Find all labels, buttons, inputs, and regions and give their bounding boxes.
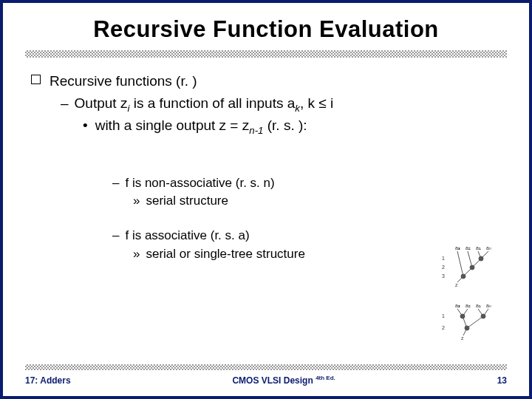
block2-text: f is associative (r. s. a) — [125, 227, 249, 245]
diagram-tree-svg: a₃a₂a₁a₀ 12 z — [439, 301, 498, 343]
svg-text:2: 2 — [442, 325, 445, 330]
t: with a single output z = z — [95, 117, 250, 133]
svg-text:a₀: a₀ — [486, 303, 491, 308]
footer-center: CMOS VLSI Design 4th Ed. — [71, 375, 497, 386]
svg-text:a₂: a₂ — [466, 303, 471, 308]
diagram-tree: a₃a₂a₁a₀ 12 z — [439, 301, 498, 343]
bullet-main: Recursive functions (r. ) — [31, 71, 507, 92]
footer-left: 17: Adders — [25, 375, 71, 386]
sub-block-1: – f is non-associative (r. s. n) » seria… — [31, 174, 507, 211]
svg-text:a₃: a₃ — [455, 303, 460, 308]
slide-title: Recursive Function Evaluation — [25, 16, 507, 43]
dash-icon: – — [112, 227, 119, 245]
svg-text:1: 1 — [442, 256, 445, 261]
t: Output z — [75, 95, 128, 111]
footer-divider — [25, 364, 507, 370]
sub-n1: n-1 — [249, 124, 263, 135]
arrow-icon: » — [133, 245, 140, 264]
content-area: Recursive functions (r. ) – Output zi is… — [25, 71, 507, 263]
footer-book: CMOS VLSI Design — [232, 375, 313, 386]
block1-text: f is non-associative (r. s. n) — [125, 174, 274, 193]
block2-line: – f is associative (r. s. a) — [112, 227, 507, 245]
block1-sub-text: serial structure — [146, 192, 228, 211]
t: , k ≤ i — [300, 95, 333, 111]
footer-row: 17: Adders CMOS VLSI Design 4th Ed. 13 — [25, 375, 507, 386]
footer: 17: Adders CMOS VLSI Design 4th Ed. 13 — [25, 364, 507, 386]
bullet-sub1: – Output zi is a function of all inputs … — [31, 93, 507, 115]
svg-text:1: 1 — [442, 313, 445, 318]
svg-line-17 — [457, 276, 463, 282]
title-divider — [25, 50, 507, 58]
svg-text:a₁: a₁ — [476, 245, 481, 250]
checkbox-icon — [31, 75, 41, 84]
footer-edition: 4th Ed. — [316, 375, 335, 381]
block2-sub-text: serial or single-tree structure — [146, 245, 304, 264]
diagram-serial-svg: a₃a₂a₁a₀ 123 z — [439, 244, 498, 290]
dash-icon: – — [112, 174, 119, 193]
bullet-dot-icon: • — [83, 115, 88, 137]
bullet-sub2-text: with a single output z = zn-1 (r. s. ): — [95, 115, 307, 137]
svg-line-15 — [457, 251, 463, 276]
bullet-sub1-text: Output zi is a function of all inputs ak… — [75, 93, 334, 115]
svg-line-32 — [467, 316, 483, 328]
svg-text:a₃: a₃ — [455, 245, 460, 250]
bullet-main-text: Recursive functions (r. ) — [50, 71, 197, 92]
sub-block-2: – f is associative (r. s. a) » serial or… — [31, 227, 507, 263]
sub-k: k — [295, 102, 300, 113]
svg-text:z: z — [461, 335, 464, 341]
footer-page-number: 13 — [497, 375, 507, 386]
slide-frame: Recursive Function Evaluation Recursive … — [0, 0, 532, 399]
dash-icon: – — [61, 93, 69, 115]
svg-text:a₀: a₀ — [486, 245, 491, 250]
svg-text:z: z — [455, 282, 458, 287]
t: (r. s. ): — [263, 117, 307, 133]
svg-text:a₁: a₁ — [476, 303, 481, 308]
diagram-serial: a₃a₂a₁a₀ 123 z — [439, 244, 498, 290]
svg-text:3: 3 — [442, 273, 445, 279]
svg-text:a₂: a₂ — [466, 245, 471, 250]
bullet-sub2: • with a single output z = zn-1 (r. s. )… — [31, 115, 507, 137]
block1-line: – f is non-associative (r. s. n) — [112, 174, 507, 193]
arrow-icon: » — [133, 192, 140, 211]
svg-text:2: 2 — [442, 265, 445, 270]
block1-sub: » serial structure — [112, 192, 507, 211]
t: is a function of all inputs a — [129, 95, 295, 111]
